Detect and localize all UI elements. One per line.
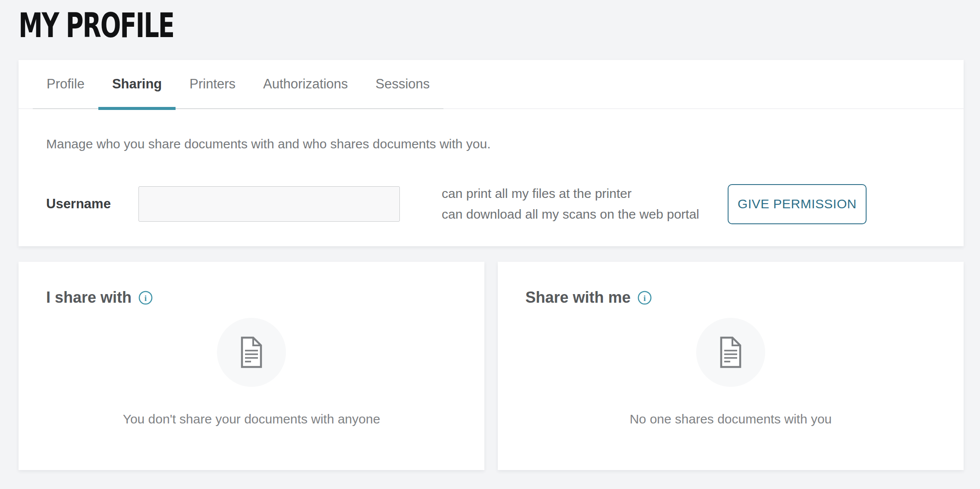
username-row: Username can print all my files at the p… [46,183,936,225]
tab-authorizations[interactable]: Authorizations [249,60,361,108]
share-with-me-title: Share with me [525,288,631,307]
i-share-with-card: I share with i You do [19,262,484,470]
card-heading: Share with me i [525,288,936,307]
sharing-description: Manage who you share documents with and … [46,137,936,151]
i-share-with-title: I share with [46,288,132,307]
sharing-settings-panel: Profile Sharing Printers Authorizations … [19,60,964,246]
document-icon [720,336,741,368]
permission-description: can print all my files at the printer ca… [442,183,699,225]
page-title: MY PROFILE [19,7,980,44]
svg-text:i: i [144,293,147,302]
my-profile-page: MY PROFILE Profile Sharing Printers Auth… [0,7,980,489]
info-circle-icon[interactable]: i [638,291,652,305]
document-icon-circle [696,318,765,387]
card-heading: I share with i [46,288,457,307]
empty-state: No one shares documents with you [525,307,936,426]
tab-sessions[interactable]: Sessions [362,60,444,108]
give-permission-button[interactable]: GIVE PERMISSION [728,184,867,224]
share-cards: I share with i You do [19,262,964,470]
tabs-row: Profile Sharing Printers Authorizations … [19,60,964,109]
i-share-with-empty-text: You don't share your documents with anyo… [123,412,380,426]
document-icon [241,336,262,368]
tab-list: Profile Sharing Printers Authorizations … [33,60,443,109]
username-label: Username [46,196,138,212]
panel-body: Manage who you share documents with and … [19,137,964,225]
tab-printers[interactable]: Printers [176,60,249,108]
permission-line-2: can download all my scans on the web por… [442,204,699,225]
tab-profile[interactable]: Profile [33,60,98,108]
page-title-text: MY PROFILE [19,6,174,45]
share-with-me-empty-text: No one shares documents with you [630,412,832,426]
info-circle-icon[interactable]: i [138,291,153,305]
tab-sharing[interactable]: Sharing [98,60,176,108]
share-with-me-card: Share with me i No on [498,262,964,470]
empty-state: You don't share your documents with anyo… [46,307,457,426]
svg-text:i: i [644,293,646,302]
username-input[interactable] [138,186,400,222]
document-icon-circle [217,318,286,387]
permission-line-1: can print all my files at the printer [442,183,699,204]
